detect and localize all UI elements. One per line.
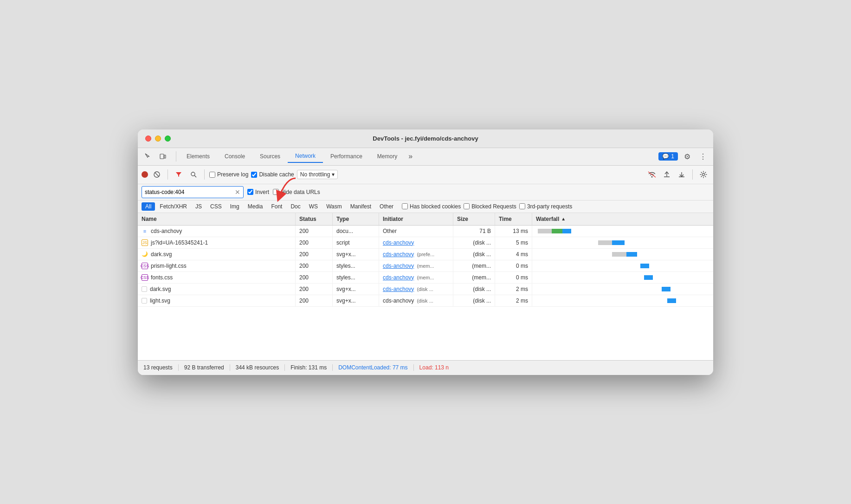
has-blocked-cookies-input[interactable]	[402, 203, 408, 209]
td-type: script	[333, 237, 379, 248]
filter-input[interactable]	[145, 189, 233, 195]
initiator-link[interactable]: cds-anchovy	[383, 239, 414, 246]
td-initiator: cds-anchovy (disk ...	[379, 295, 453, 306]
filter-img[interactable]: Img	[226, 202, 243, 211]
filter-media[interactable]: Media	[244, 202, 267, 211]
td-waterfall	[532, 237, 713, 248]
svg-point-11	[703, 174, 705, 176]
th-size[interactable]: Size	[453, 213, 495, 225]
settings-button[interactable]: ⚙	[681, 150, 694, 163]
status-requests: 13 requests	[143, 364, 179, 371]
close-button[interactable]	[145, 136, 151, 142]
blocked-requests-checkbox[interactable]: Blocked Requests	[464, 203, 516, 210]
tab-memory[interactable]: Memory	[370, 150, 405, 162]
td-type: docu...	[333, 226, 379, 237]
initiator-link[interactable]: cds-anchovy	[383, 263, 414, 269]
table-row[interactable]: dark.svg 200 svg+x... cds-anchovy (disk …	[138, 284, 713, 295]
minimize-button[interactable]	[155, 136, 161, 142]
clear-button[interactable]	[151, 168, 163, 181]
initiator-link[interactable]: cds-anchovy	[383, 274, 414, 281]
table-row[interactable]: JS js?id=UA-165345241-1 200 script cds-a…	[138, 237, 713, 249]
disable-cache-input[interactable]	[251, 172, 257, 178]
initiator-link[interactable]: cds-anchovy	[383, 286, 414, 292]
preserve-log-checkbox[interactable]: Preserve log	[209, 171, 248, 178]
hide-data-urls-input[interactable]	[273, 189, 279, 195]
tab-performance[interactable]: Performance	[323, 150, 370, 162]
table-row[interactable]: ≡ cds-anchovy 200 docu... Other 71 B 13 …	[138, 226, 713, 237]
filter-css[interactable]: CSS	[206, 202, 226, 211]
third-party-checkbox[interactable]: 3rd-party requests	[519, 203, 572, 210]
third-party-input[interactable]	[519, 203, 525, 209]
filter-manifest[interactable]: Manifest	[347, 202, 375, 211]
maximize-button[interactable]	[165, 136, 171, 142]
th-initiator[interactable]: Initiator	[379, 213, 453, 225]
filter-ws[interactable]: WS	[305, 202, 322, 211]
td-time: 5 ms	[495, 237, 532, 248]
table-row[interactable]: light.svg 200 svg+x... cds-anchovy (disk…	[138, 295, 713, 307]
table-row[interactable]: CSS prism-light.css 200 styles... cds-an…	[138, 260, 713, 272]
filter-js[interactable]: JS	[192, 202, 206, 211]
td-size: (disk ...	[453, 284, 495, 295]
preserve-log-input[interactable]	[209, 172, 215, 178]
svg-line-3	[155, 173, 159, 176]
td-type: svg+x...	[333, 284, 379, 295]
disable-cache-checkbox[interactable]: Disable cache	[251, 171, 294, 178]
filter-fetch[interactable]: Fetch/XHR	[156, 202, 191, 211]
th-name[interactable]: Name	[138, 213, 296, 225]
filter-other[interactable]: Other	[376, 202, 397, 211]
record-button[interactable]	[142, 171, 148, 178]
more-options-button[interactable]: ⋮	[696, 150, 709, 163]
svg-rect-1	[164, 155, 166, 158]
initiator-link[interactable]: cds-anchovy	[383, 251, 414, 258]
filter-input-wrap[interactable]: ✕	[142, 186, 244, 198]
throttle-select[interactable]: No throttling ▾	[297, 170, 338, 179]
blocked-requests-label: Blocked Requests	[471, 203, 516, 210]
invert-checkbox[interactable]: Invert	[247, 189, 269, 195]
th-time[interactable]: Time	[495, 213, 532, 225]
td-name: ≡ cds-anchovy	[138, 226, 296, 237]
td-status: 200	[296, 226, 333, 237]
tab-sources[interactable]: Sources	[252, 150, 288, 162]
filter-all[interactable]: All	[142, 202, 155, 211]
table-row[interactable]: CSS fonts.css 200 styles... cds-anchovy …	[138, 272, 713, 284]
download-button[interactable]	[676, 168, 688, 181]
invert-input[interactable]	[247, 189, 253, 195]
filter-font[interactable]: Font	[267, 202, 286, 211]
th-status[interactable]: Status	[296, 213, 333, 225]
titlebar: DevTools - jec.fyi/demo/cds-anchovy	[138, 129, 713, 148]
clear-filter-button[interactable]: ✕	[235, 188, 240, 196]
filter-type-bar: All Fetch/XHR JS CSS Img Media Font Doc …	[138, 200, 713, 213]
tab-console[interactable]: Console	[217, 150, 252, 162]
network-settings-button[interactable]	[697, 168, 709, 181]
td-initiator: cds-anchovy	[379, 237, 453, 248]
th-waterfall[interactable]: Waterfall ▲	[532, 213, 713, 225]
td-name: CSS prism-light.css	[138, 260, 296, 271]
filter-wasm[interactable]: Wasm	[322, 202, 346, 211]
td-size: (mem...	[453, 260, 495, 271]
td-status: 200	[296, 272, 333, 283]
td-waterfall	[532, 249, 713, 260]
tab-network[interactable]: Network	[288, 150, 323, 163]
table-row[interactable]: 🌙 dark.svg 200 svg+x... cds-anchovy (pre…	[138, 249, 713, 260]
traffic-lights	[145, 136, 171, 142]
blocked-requests-input[interactable]	[464, 203, 470, 209]
search-button[interactable]	[187, 168, 200, 181]
upload-button[interactable]	[661, 168, 673, 181]
has-blocked-cookies-checkbox[interactable]: Has blocked cookies	[402, 203, 461, 210]
th-type[interactable]: Type	[333, 213, 379, 225]
td-time: 4 ms	[495, 249, 532, 260]
network-conditions-button[interactable]	[646, 168, 658, 181]
status-resources: 344 kB resources	[230, 364, 285, 371]
file-icon-css: CSS	[142, 263, 148, 269]
tab-elements[interactable]: Elements	[179, 150, 217, 162]
more-tabs-button[interactable]: »	[405, 150, 416, 162]
hide-data-urls-checkbox[interactable]: Hide data URLs	[273, 189, 320, 195]
device-toolbar-button[interactable]	[156, 150, 169, 163]
console-messages-badge[interactable]: 💬 1	[658, 152, 678, 161]
inspect-element-button[interactable]	[142, 150, 155, 163]
status-transferred: 92 B transferred	[179, 364, 230, 371]
td-size: (mem...	[453, 272, 495, 283]
filter-button[interactable]	[173, 168, 185, 181]
table-header: Name Status Type Initiator Size Time Wat…	[138, 213, 713, 226]
filter-doc[interactable]: Doc	[287, 202, 304, 211]
